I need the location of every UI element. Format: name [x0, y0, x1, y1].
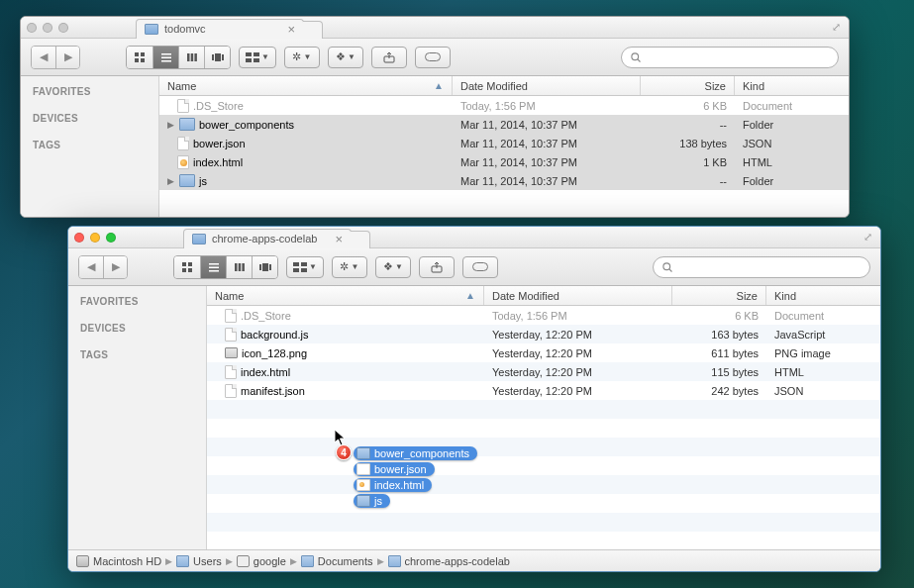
arrange-button[interactable]: ▼ — [239, 47, 276, 68]
new-tab-button[interactable] — [351, 231, 370, 248]
file-rows[interactable]: .DS_StoreToday, 1:56 PM6 KBDocument▶bowe… — [159, 96, 849, 217]
column-date[interactable]: Date Modified — [484, 286, 672, 305]
column-date[interactable]: Date Modified — [453, 76, 641, 95]
sidebar-tags-header[interactable]: TAGS — [21, 136, 158, 154]
file-row[interactable]: index.htmlMar 11, 2014, 10:37 PM1 KBHTML — [159, 152, 849, 171]
dropbox-button[interactable]: ❖▼ — [328, 47, 363, 68]
minimize-window-button[interactable] — [90, 233, 100, 243]
share-button[interactable] — [419, 256, 455, 278]
file-row[interactable]: ▶bower_componentsMar 11, 2014, 10:37 PM-… — [159, 115, 849, 134]
breadcrumb-item[interactable]: Users — [176, 555, 222, 567]
breadcrumb-item[interactable]: chrome-apps-codelab — [388, 555, 510, 567]
file-date: Yesterday, 12:20 PM — [484, 347, 672, 359]
breadcrumb-item[interactable]: Documents — [301, 555, 373, 567]
svg-rect-25 — [209, 266, 219, 268]
new-tab-button[interactable] — [303, 21, 323, 39]
forward-button[interactable]: ▶ — [103, 256, 127, 278]
close-tab-icon[interactable]: × — [287, 22, 295, 37]
search-input[interactable] — [677, 261, 862, 273]
column-name[interactable]: Name▲ — [207, 286, 484, 305]
sidebar-tags-header[interactable]: TAGS — [68, 345, 206, 364]
breadcrumb-separator-icon: ▶ — [226, 556, 233, 566]
tab-todomvc[interactable]: todomvc × — [136, 19, 304, 39]
svg-point-18 — [632, 52, 639, 59]
home-icon — [237, 555, 250, 567]
file-row[interactable]: manifest.jsonYesterday, 12:20 PM242 byte… — [207, 381, 880, 400]
doc-icon — [225, 365, 237, 379]
action-button[interactable]: ✲▼ — [284, 47, 320, 68]
fullscreen-icon[interactable]: ⤢ — [863, 231, 872, 244]
breadcrumb-label: Macintosh HD — [93, 555, 161, 567]
arrange-button[interactable]: ▼ — [286, 256, 324, 278]
file-size: 242 bytes — [672, 385, 766, 397]
empty-row — [207, 438, 880, 456]
column-kind[interactable]: Kind — [735, 76, 849, 95]
titlebar[interactable]: chrome-apps-codelab × ⤢ — [68, 227, 880, 248]
svg-rect-4 — [161, 53, 171, 55]
file-row[interactable]: .DS_StoreToday, 1:56 PM6 KBDocument — [159, 96, 849, 115]
coverflow-view-button[interactable] — [252, 256, 277, 278]
search-field[interactable] — [621, 47, 839, 68]
zoom-window-button[interactable] — [58, 23, 68, 33]
disclosure-triangle-icon[interactable]: ▶ — [165, 120, 175, 130]
file-row[interactable]: background.jsYesterday, 12:20 PM163 byte… — [207, 325, 880, 343]
svg-rect-16 — [254, 58, 259, 62]
folder-icon — [192, 234, 206, 245]
dropbox-button[interactable]: ❖▼ — [375, 256, 411, 278]
zoom-window-button[interactable] — [106, 233, 116, 243]
sidebar-devices-header[interactable]: DEVICES — [21, 109, 158, 128]
file-name: .DS_Store — [193, 100, 244, 112]
file-rows[interactable]: .DS_StoreToday, 1:56 PM6 KBDocumentbackg… — [207, 306, 880, 549]
file-row[interactable]: icon_128.pngYesterday, 12:20 PM611 bytes… — [207, 343, 880, 362]
column-kind[interactable]: Kind — [766, 286, 880, 305]
file-date: Mar 11, 2014, 10:37 PM — [453, 175, 641, 187]
coverflow-view-button[interactable] — [204, 47, 230, 68]
search-field[interactable] — [653, 256, 870, 278]
list-view-button[interactable] — [200, 256, 226, 278]
column-view-button[interactable] — [178, 47, 204, 68]
tags-button[interactable] — [462, 256, 498, 278]
column-size[interactable]: Size — [641, 76, 735, 95]
sidebar-devices-header[interactable]: DEVICES — [68, 319, 206, 338]
folder-icon — [301, 555, 314, 567]
file-row[interactable]: .DS_StoreToday, 1:56 PM6 KBDocument — [207, 306, 880, 325]
path-bar[interactable]: Macintosh HD▶Users▶google▶Documents▶chro… — [68, 549, 880, 571]
column-name[interactable]: Name▲ — [159, 76, 453, 95]
action-button[interactable]: ✲▼ — [332, 256, 367, 278]
svg-rect-21 — [188, 262, 192, 266]
doc-icon — [225, 309, 237, 323]
icon-view-button[interactable] — [174, 256, 200, 278]
svg-rect-12 — [222, 54, 224, 60]
forward-button[interactable]: ▶ — [55, 47, 79, 68]
breadcrumb-separator-icon: ▶ — [290, 556, 297, 566]
close-window-button[interactable] — [74, 233, 84, 243]
tags-button[interactable] — [415, 47, 451, 68]
column-size[interactable]: Size — [672, 286, 766, 305]
disclosure-triangle-icon[interactable]: ▶ — [165, 176, 175, 186]
breadcrumb-item[interactable]: google — [237, 555, 286, 567]
minimize-window-button[interactable] — [43, 23, 52, 33]
file-row[interactable]: bower.jsonMar 11, 2014, 10:37 PM138 byte… — [159, 134, 849, 152]
empty-row — [207, 419, 880, 438]
column-view-button[interactable] — [226, 256, 252, 278]
titlebar[interactable]: todomvc × ⤢ — [21, 17, 849, 39]
breadcrumb-item[interactable]: Macintosh HD — [76, 555, 161, 567]
back-button[interactable]: ◀ — [32, 47, 55, 68]
sidebar-favorites-header[interactable]: FAVORITES — [21, 82, 158, 101]
fullscreen-icon[interactable]: ⤢ — [832, 21, 841, 34]
list-view-button[interactable] — [152, 47, 178, 68]
sidebar-favorites-header[interactable]: FAVORITES — [68, 292, 206, 311]
svg-rect-26 — [209, 270, 219, 272]
close-window-button[interactable] — [27, 23, 37, 33]
empty-row — [207, 475, 880, 494]
close-tab-icon[interactable]: × — [335, 232, 343, 246]
icon-view-button[interactable] — [127, 47, 152, 68]
tab-chrome-apps-codelab[interactable]: chrome-apps-codelab × — [183, 229, 352, 248]
share-button[interactable] — [371, 47, 407, 68]
file-row[interactable]: index.htmlYesterday, 12:20 PM115 bytesHT… — [207, 362, 880, 381]
svg-rect-1 — [141, 52, 145, 56]
file-row[interactable]: ▶jsMar 11, 2014, 10:37 PM--Folder — [159, 171, 849, 190]
search-input[interactable] — [646, 51, 830, 63]
back-button[interactable]: ◀ — [79, 256, 103, 278]
nav-buttons: ◀ ▶ — [31, 46, 80, 69]
